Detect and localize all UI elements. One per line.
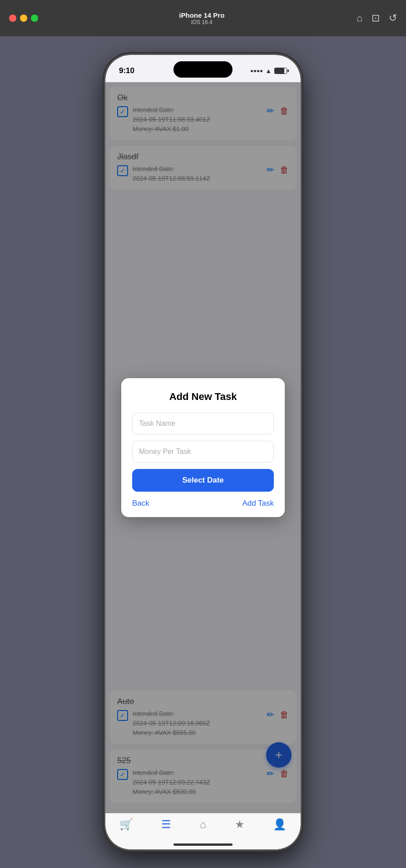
- battery-fill: [275, 68, 284, 74]
- cart-icon: 🛒: [119, 818, 133, 831]
- back-button[interactable]: Back: [132, 499, 149, 508]
- rotate-icon[interactable]: ↺: [389, 12, 397, 24]
- device-name: iPhone 14 Pro: [47, 11, 356, 19]
- add-task-button[interactable]: Add Task: [242, 499, 274, 508]
- modal-bottom-actions: Back Add Task: [132, 499, 274, 508]
- close-button[interactable]: [9, 15, 16, 22]
- home-indicator: [173, 843, 233, 846]
- dot-3: [257, 70, 259, 72]
- status-time: 9:10: [119, 66, 134, 75]
- tab-favorites[interactable]: ★: [235, 818, 245, 831]
- simulator-title: iPhone 14 Pro iOS 16.4: [47, 11, 356, 25]
- money-per-task-input[interactable]: [132, 441, 274, 463]
- task-name-input[interactable]: [132, 413, 274, 434]
- modal-overlay: Add New Task Select Date Back Add Task: [105, 82, 301, 813]
- tab-profile[interactable]: 👤: [273, 818, 287, 831]
- dot-4: [260, 70, 262, 72]
- dot-1: [251, 70, 253, 72]
- home-icon: ⌂: [200, 818, 207, 831]
- mac-toolbar: iPhone 14 Pro iOS 16.4 ⌂ ⊡ ↺: [0, 0, 406, 36]
- fullscreen-button[interactable]: [31, 15, 38, 22]
- home-mac-icon[interactable]: ⌂: [356, 12, 362, 24]
- minimize-button[interactable]: [20, 15, 27, 22]
- list-icon: ☰: [161, 818, 171, 831]
- tab-home[interactable]: ⌂: [200, 818, 207, 831]
- battery-icon: [274, 68, 287, 74]
- traffic-lights: [9, 15, 38, 22]
- phone-body: 9:10 ▲: [105, 55, 301, 849]
- profile-icon: 👤: [273, 818, 287, 831]
- status-right: ▲: [251, 67, 287, 74]
- simulator-frame: iPhone 14 Pro iOS 16.4 ⌂ ⊡ ↺ 9:10: [0, 0, 406, 868]
- add-task-modal: Add New Task Select Date Back Add Task: [121, 378, 285, 517]
- phone-screen: 9:10 ▲: [105, 55, 301, 849]
- signal-dots: [251, 70, 262, 72]
- tab-cart[interactable]: 🛒: [119, 818, 133, 831]
- dynamic-island: [173, 61, 233, 78]
- phone-container: 9:10 ▲: [0, 36, 406, 868]
- star-icon: ★: [235, 818, 245, 831]
- tab-list[interactable]: ☰: [161, 818, 171, 831]
- modal-title: Add New Task: [132, 391, 274, 403]
- select-date-button[interactable]: Select Date: [132, 469, 274, 492]
- dot-2: [254, 70, 256, 72]
- screen-content: Ok ✓ Intended Date: 2024-05-19T11:58:33.…: [105, 82, 301, 813]
- ios-version: iOS 16.4: [47, 19, 356, 25]
- wifi-icon: ▲: [265, 67, 272, 74]
- screenshot-icon[interactable]: ⊡: [371, 12, 380, 24]
- mac-toolbar-actions: ⌂ ⊡ ↺: [356, 12, 397, 24]
